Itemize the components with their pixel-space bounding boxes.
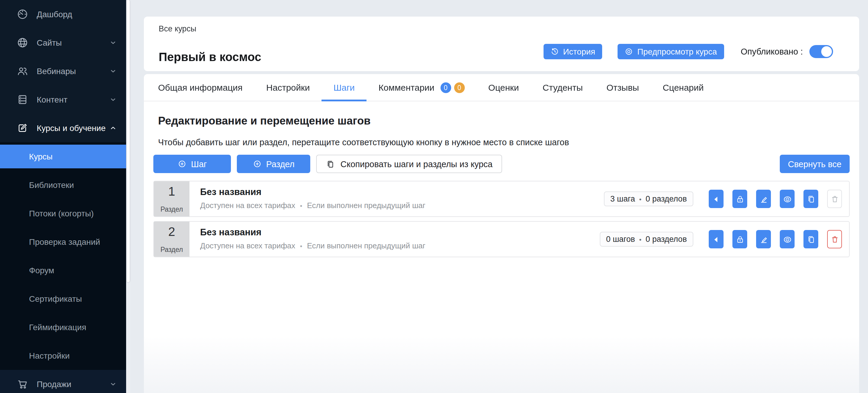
history-button-label: История: [563, 47, 595, 56]
add-section-button[interactable]: Раздел: [237, 155, 310, 173]
section-type-label: Раздел: [160, 206, 183, 213]
section-number: 1: [168, 184, 175, 199]
tab-students[interactable]: Студенты: [542, 74, 583, 101]
steps-count: 3 шага: [610, 194, 635, 203]
sidebar-item-sales[interactable]: Продажи: [0, 370, 126, 393]
collapse-section-button[interactable]: [709, 230, 723, 248]
sidebar-subitem-settings[interactable]: Настройки: [0, 341, 126, 370]
tab-label: Сценарий: [662, 82, 704, 92]
duplicate-section-button[interactable]: [803, 190, 818, 208]
view-section-button[interactable]: [780, 230, 795, 248]
tab-reviews[interactable]: Отзывы: [607, 74, 639, 101]
section-title: Без названия: [200, 187, 603, 197]
delete-section-button[interactable]: [827, 230, 842, 248]
collapse-icon: [711, 234, 721, 244]
sidebar-subitem-task-review[interactable]: Проверка заданий: [0, 228, 126, 256]
duplicate-icon: [806, 194, 815, 204]
edit-icon: [17, 122, 28, 134]
tab-label: Оценки: [488, 82, 519, 92]
view-section-button[interactable]: [780, 190, 795, 208]
pencil-icon: [759, 234, 768, 244]
sidebar-subitem-courses[interactable]: Курсы: [0, 145, 126, 168]
course-title: Первый в космос: [159, 51, 261, 64]
copy-steps-button[interactable]: Скопировать шаги и разделы из курса: [316, 155, 502, 173]
section-number-cell: 2 Раздел: [154, 222, 189, 257]
section-number-cell: 1 Раздел: [154, 181, 189, 216]
collapse-icon: [711, 194, 721, 204]
content-icon: [17, 94, 28, 106]
sidebar-item-label: Контент: [37, 95, 67, 104]
sidebar-subitem-certificates[interactable]: Сертификаты: [0, 284, 126, 313]
lock-section-button[interactable]: [733, 190, 747, 208]
gauge-icon: [17, 8, 28, 20]
sidebar-subitem-libraries[interactable]: Библиотеки: [0, 171, 126, 199]
tab-grades[interactable]: Оценки: [488, 74, 519, 101]
sidebar-subitem-forum[interactable]: Форум: [0, 256, 126, 284]
app-root: Дашборд Сайты Вебинары Контент: [0, 0, 868, 393]
lock-section-button[interactable]: [733, 230, 747, 248]
history-button[interactable]: История: [544, 44, 602, 59]
tab-scenario[interactable]: Сценарий: [662, 74, 704, 101]
sidebar-subitem-label: Библиотеки: [29, 180, 74, 190]
header-actions: История Предпросмотр курса Опубликовано …: [544, 44, 833, 59]
tab-steps[interactable]: Шаги: [333, 74, 355, 101]
tab-settings[interactable]: Настройки: [266, 74, 310, 101]
section-row[interactable]: 2 Раздел Без названия Доступен на всех т…: [153, 221, 850, 257]
sidebar-subitem-cohorts[interactable]: Потоки (когорты): [0, 199, 126, 228]
trash-icon: [830, 194, 839, 204]
sidebar-item-dashboard[interactable]: Дашборд: [0, 0, 126, 28]
collapse-all-button[interactable]: Свернуть все: [780, 155, 850, 173]
sidebar-scrollbar-thumb[interactable]: [127, 0, 130, 282]
sections-count: 0 разделов: [635, 194, 687, 203]
delete-section-button[interactable]: [827, 190, 842, 208]
sidebar-item-content[interactable]: Контент: [0, 85, 126, 114]
sidebar-item-webinars[interactable]: Вебинары: [0, 57, 126, 85]
view-icon: [782, 194, 792, 204]
published-toggle-knob: [821, 46, 832, 57]
add-step-button[interactable]: Шаг: [153, 155, 231, 173]
sidebar-bottom: Продажи: [0, 370, 126, 393]
duplicate-icon: [806, 234, 815, 244]
sidebar-subitem-label: Геймификация: [29, 322, 86, 332]
published-toggle[interactable]: [809, 45, 833, 58]
sidebar-subitem-label: Потоки (когорты): [29, 209, 94, 218]
collapse-section-button[interactable]: [709, 190, 723, 208]
add-section-button-label: Раздел: [266, 159, 294, 169]
sidebar-item-label: Сайты: [37, 38, 62, 48]
tab-comments[interactable]: Комментарии 0 0: [378, 74, 464, 101]
duplicate-section-button[interactable]: [803, 230, 818, 248]
add-step-button-label: Шаг: [191, 159, 207, 169]
chevron-down-icon: [110, 96, 117, 103]
sidebar-subitem-gamification[interactable]: Геймификация: [0, 313, 126, 341]
course-header-card: Все курсы Первый в космос История Предпр…: [144, 17, 859, 71]
breadcrumb-all-courses[interactable]: Все курсы: [159, 24, 196, 33]
sidebar: Дашборд Сайты Вебинары Контент: [0, 0, 126, 393]
tab-label: Общая информация: [158, 82, 243, 92]
section-counts-badge: 3 шага0 разделов: [603, 192, 693, 206]
chevron-up-icon: [110, 124, 117, 132]
published-control: Опубликовано :: [741, 45, 833, 58]
sidebar-subitem-label: Форум: [29, 265, 54, 275]
sidebar-item-sites[interactable]: Сайты: [0, 28, 126, 57]
edit-section-button[interactable]: [756, 190, 771, 208]
globe-icon: [17, 37, 28, 49]
steps-list: 1 Раздел Без названия Доступен на всех т…: [153, 181, 850, 257]
sidebar-subitem-label: Курсы: [29, 152, 53, 161]
section-row[interactable]: 1 Раздел Без названия Доступен на всех т…: [153, 181, 850, 217]
section-number: 2: [168, 224, 175, 240]
plus-circle-icon: [177, 160, 186, 168]
sidebar-item-label: Дашборд: [37, 9, 72, 19]
lock-icon: [735, 234, 745, 244]
section-counts-badge: 0 шагов0 разделов: [599, 232, 693, 247]
tab-general-info[interactable]: Общая информация: [158, 74, 243, 101]
edit-section-button[interactable]: [756, 230, 771, 248]
sections-count: 0 разделов: [635, 235, 687, 244]
sidebar-item-courses-education[interactable]: Курсы и обучение: [0, 114, 126, 142]
sidebar-subitem-label: Настройки: [29, 351, 69, 360]
section-controls: 0 шагов0 разделов: [599, 222, 849, 257]
lock-icon: [735, 194, 745, 204]
chevron-down-icon: [110, 67, 117, 75]
course-preview-button[interactable]: Предпросмотр курса: [618, 44, 724, 59]
history-icon: [551, 48, 559, 56]
section-availability: Доступен на всех тарифах: [200, 201, 295, 210]
